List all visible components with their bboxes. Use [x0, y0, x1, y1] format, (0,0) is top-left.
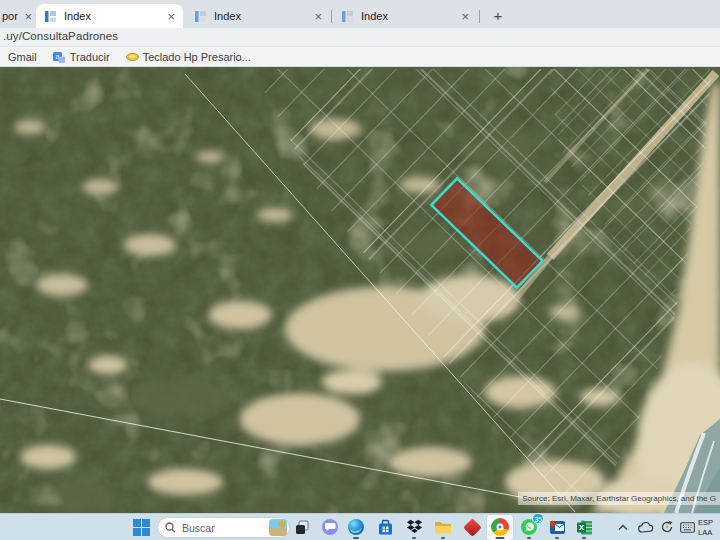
touch-keyboard-button[interactable]: [677, 517, 697, 537]
address-bar[interactable]: .uy/ConsultaPadrones: [0, 28, 720, 47]
store-button[interactable]: [375, 517, 395, 537]
whatsapp-badge: 35: [532, 513, 544, 524]
dropbox-icon: [406, 519, 423, 535]
file-explorer-icon: [434, 519, 452, 535]
bookmark-gmail[interactable]: Gmail: [8, 51, 37, 63]
bookmark-teclado[interactable]: Teclado Hp Presario...: [126, 51, 251, 63]
tab-title: Index: [361, 10, 455, 22]
tab-title: por: [2, 10, 18, 22]
tab-close-icon[interactable]: ×: [167, 10, 175, 23]
bookmark-label: Traducir: [70, 51, 110, 63]
bookmark-traducir[interactable]: a Traducir: [53, 51, 110, 63]
file-explorer-button[interactable]: [433, 517, 453, 537]
taskbar-search[interactable]: Buscar: [157, 517, 290, 538]
search-placeholder: Buscar: [182, 522, 269, 534]
bookmark-label: Gmail: [8, 51, 37, 63]
outlook-icon: [549, 519, 566, 536]
chrome-icon: [491, 518, 509, 536]
windows-logo-icon: [133, 519, 150, 536]
start-button[interactable]: [131, 517, 151, 537]
tab-favicon-icon: [341, 10, 354, 23]
excel-icon: X: [576, 519, 593, 536]
taskbar: Buscar: [0, 513, 720, 540]
tab-title: Index: [64, 10, 161, 22]
search-highlight-weather-icon: [269, 519, 287, 536]
whatsapp-button[interactable]: 35: [519, 517, 539, 537]
tab-favicon-icon: [194, 10, 207, 23]
cloud-icon: [638, 522, 654, 533]
tab-active-index[interactable]: Index ×: [36, 4, 183, 28]
language-line2: LAA: [698, 528, 713, 538]
chat-icon: [321, 518, 339, 536]
tab-divider: [331, 10, 332, 23]
task-view-icon: [294, 519, 310, 535]
search-icon: [165, 522, 176, 533]
chat-button[interactable]: [320, 517, 340, 537]
new-tab-button[interactable]: +: [488, 6, 508, 26]
language-line1: ESP: [698, 518, 713, 528]
bookmark-label: Teclado Hp Presario...: [143, 51, 251, 63]
satellite-map: [0, 67, 720, 513]
browser-tab-strip: por × Index × Index × Index × +: [0, 0, 720, 28]
edge-button[interactable]: [346, 517, 366, 537]
excel-button[interactable]: X: [574, 517, 594, 537]
red-diamond-app-button[interactable]: [462, 517, 482, 537]
touch-keyboard-icon: [680, 522, 695, 533]
tab-partial[interactable]: por ×: [0, 4, 34, 28]
tab-divider: [479, 10, 480, 23]
tab-close-icon[interactable]: ×: [314, 10, 322, 23]
onedrive-tray-button[interactable]: [636, 517, 656, 537]
sync-icon: [660, 520, 674, 534]
tray-expand-button[interactable]: [615, 517, 631, 537]
tab-title: Index: [214, 10, 308, 22]
edge-icon: [347, 518, 365, 536]
outlook-button[interactable]: [547, 517, 567, 537]
tab-index-2[interactable]: Index ×: [186, 4, 330, 28]
translate-icon: a: [53, 51, 65, 63]
tab-index-3[interactable]: Index ×: [333, 4, 477, 28]
url-text[interactable]: .uy/ConsultaPadrones: [3, 30, 118, 42]
desktop-screen: por × Index × Index × Index × +: [0, 0, 720, 540]
language-indicator[interactable]: ESP LAA: [698, 518, 713, 537]
tab-favicon-icon: [44, 10, 57, 23]
sync-tray-button[interactable]: [657, 517, 677, 537]
map-attribution: Source: Esri, Maxar, Earthstar Geographi…: [518, 492, 720, 505]
map-viewport[interactable]: Source: Esri, Maxar, Earthstar Geographi…: [0, 67, 720, 513]
chrome-button[interactable]: [490, 517, 510, 537]
dropbox-button[interactable]: [404, 517, 424, 537]
keyboard-bookmark-icon: [126, 51, 138, 63]
bookmarks-bar: Gmail a Traducir Teclado Hp Presario...: [0, 47, 720, 67]
task-view-button[interactable]: [292, 517, 312, 537]
chevron-up-icon: [618, 524, 628, 531]
store-icon: [377, 519, 394, 536]
svg-text:X: X: [578, 523, 584, 532]
red-diamond-icon: [463, 518, 481, 536]
tab-close-icon[interactable]: ×: [461, 10, 469, 23]
tab-close-icon[interactable]: ×: [24, 10, 32, 23]
